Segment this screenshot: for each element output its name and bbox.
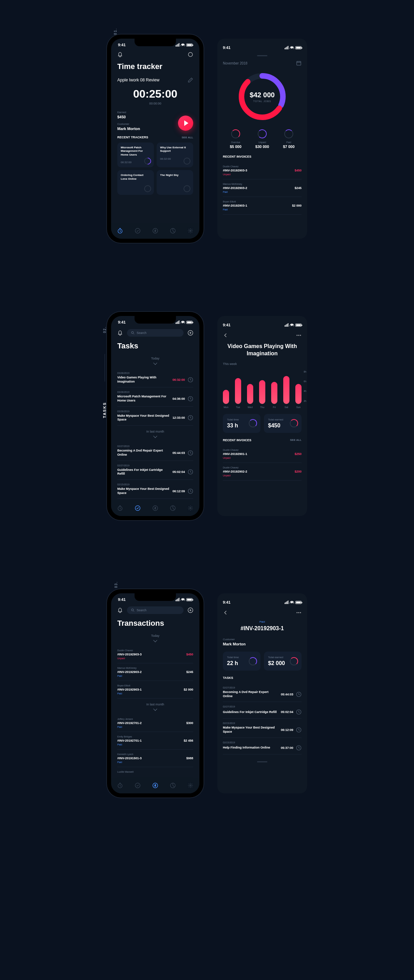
total-time-card[interactable]: Total time22 h — [223, 652, 261, 671]
task-item[interactable]: 02/27/2019 Guidelines For Inkjet Cartrid… — [223, 702, 301, 719]
total-time-card[interactable]: Total time33 h — [223, 414, 261, 433]
task-item[interactable]: 02/15/2019 Make Myspace Your Best Design… — [223, 719, 301, 738]
tab-stats-icon[interactable] — [170, 228, 176, 234]
chevron-down-icon[interactable] — [153, 434, 157, 438]
bar-column: Thu — [259, 380, 265, 409]
invoice-item[interactable]: Marcus McKinney #INV-20192903-2$245 Paid — [117, 663, 193, 681]
tracker-title: Microsoft Patch Management For Home User… — [121, 146, 150, 157]
tracker-card[interactable]: Microsoft Patch Management For Home User… — [117, 142, 154, 167]
bell-icon[interactable] — [117, 52, 123, 57]
chevron-down-icon[interactable] — [153, 361, 157, 364]
ring-icon — [249, 419, 257, 427]
task-title: Help Finding Information Online — [223, 746, 278, 750]
total-earned-card[interactable]: Total earned$2 000 — [264, 652, 301, 671]
chevron-down-icon[interactable] — [153, 638, 157, 642]
invoice-item[interactable]: Jeffery Jensen #INV-20192701-2$300 Paid — [117, 714, 193, 732]
task-item[interactable]: 02/15/2019 Make Myspace Your Best Design… — [117, 480, 193, 499]
task-item[interactable]: 02/27/2019 Becoming A Dvd Repair Expert … — [223, 683, 301, 702]
bar-label: Sat — [285, 406, 288, 409]
signal-icon — [285, 323, 288, 327]
tab-timer-icon[interactable] — [117, 505, 123, 511]
svg-point-5 — [190, 230, 191, 231]
total-earned-card[interactable]: Total earned$450 — [264, 414, 301, 433]
sub-timer: 00:00:00 — [117, 102, 193, 105]
invoice-item[interactable]: Dustin Chavez #INV-20192903-3$450 Unpaid — [117, 646, 193, 663]
tab-stats-icon[interactable] — [170, 505, 176, 511]
chevron-down-icon[interactable] — [153, 707, 157, 711]
task-item[interactable]: 03/28/2019 Make Myspace Your Best Design… — [117, 407, 193, 426]
invoice-item[interactable]: Kenneth Lynch #INV-20191501-3$988 Paid — [117, 749, 193, 767]
calendar-icon[interactable] — [296, 60, 301, 66]
invoice-item[interactable]: Bryan Elliott #INV-20192903-1$2 000 Paid — [223, 197, 301, 215]
invoice-customer: Dustin Chavez — [223, 466, 301, 469]
wifi-icon — [181, 321, 185, 324]
invoice-id: #INV-20192903-2 — [117, 670, 142, 674]
task-item[interactable]: 02/27/2019 Guidelines For Inkjet Cartrid… — [117, 461, 193, 480]
invoice-id: #INV-20192903-1 — [223, 625, 301, 632]
invoice-item[interactable]: Dustin Chavez #INV-20192903-3$450 Unpaid — [223, 162, 301, 179]
tab-money-icon[interactable] — [152, 228, 158, 234]
drag-handle[interactable] — [257, 761, 268, 762]
donut-chart: $42 000 TOTAL JOBS — [236, 71, 288, 123]
tracker-card[interactable]: Ordering Contact Lens Online — [117, 170, 154, 195]
week-label: This week — [223, 362, 301, 366]
task-item[interactable]: 02/27/2019 Becoming A Dvd Repair Expert … — [117, 442, 193, 460]
tab-settings-icon[interactable] — [187, 228, 194, 234]
back-icon[interactable] — [223, 332, 228, 338]
invoice-item[interactable]: Emily Bridges #INV-20192701-1$2 456 Paid — [117, 732, 193, 749]
clock-icon — [296, 692, 301, 697]
more-icon[interactable] — [296, 332, 301, 338]
svg-point-22 — [190, 508, 191, 509]
drag-handle[interactable] — [257, 55, 268, 56]
stat-overdue[interactable]: Overdue$5 000 — [230, 129, 242, 149]
invoice-item[interactable]: Lucille Maxwell — [117, 767, 193, 779]
signal-icon — [285, 46, 288, 49]
task-title: Guidelines For Inkjet Cartridge Refill — [223, 710, 278, 714]
add-icon[interactable] — [188, 330, 193, 336]
stat-unpaid[interactable]: Unpaid$30 000 — [255, 129, 269, 149]
tab-tasks-icon[interactable] — [135, 228, 141, 234]
tab-timer-icon[interactable] — [117, 228, 123, 234]
tracker-card[interactable]: The Night Sky — [157, 170, 193, 195]
month-divider: In last month — [117, 430, 193, 438]
search-input[interactable]: Search — [127, 329, 183, 337]
tab-money-icon[interactable] — [152, 782, 158, 789]
invoice-amount: $2 456 — [183, 739, 193, 742]
refresh-icon[interactable] — [188, 52, 193, 57]
tab-timer-icon[interactable] — [117, 782, 123, 789]
stat-paid[interactable]: Paid$7 000 — [283, 129, 295, 149]
month-label[interactable]: November 2018 — [223, 61, 247, 65]
more-icon[interactable] — [296, 610, 301, 616]
invoice-item[interactable]: Dustin Chavez #INV-20192902-2$200 Unpaid — [223, 463, 301, 480]
tab-settings-icon[interactable] — [187, 782, 194, 789]
bell-icon[interactable] — [117, 608, 123, 613]
task-list-today: 03/28/2019 Video Games Playing With Imag… — [117, 368, 193, 426]
tab-stats-icon[interactable] — [170, 782, 176, 789]
tab-tasks-icon[interactable] — [135, 505, 141, 511]
search-input[interactable]: Search — [127, 606, 183, 614]
back-icon[interactable] — [223, 610, 228, 616]
task-item[interactable]: 03/28/2019 Video Games Playing With Imag… — [117, 368, 193, 387]
section-title: TASKS — [102, 402, 107, 418]
page-title: Time tracker — [117, 62, 193, 71]
task-item[interactable]: 02/15/2019 Help Finding Information Onli… — [223, 738, 301, 754]
invoice-list: Dustin Chavez #INV-20192903-3$450 Unpaid… — [223, 162, 301, 215]
invoice-item[interactable]: Marcus McKinney #INV-20192903-2$245 Paid — [223, 179, 301, 197]
edit-icon[interactable] — [188, 77, 193, 83]
see-all-link[interactable]: SEE ALL — [182, 136, 193, 139]
progress-ring-icon — [183, 185, 190, 192]
invoice-item[interactable]: Dustin Chavez #INV-20192901-1$250 Unpaid — [223, 445, 301, 463]
play-button[interactable] — [178, 116, 193, 131]
invoice-amount: $450 — [295, 169, 301, 172]
invoice-item[interactable]: Bryan Elliott #INV-20192903-1$2 000 Paid — [117, 681, 193, 698]
tab-money-icon[interactable] — [152, 505, 158, 511]
wifi-icon — [290, 601, 294, 604]
task-item[interactable]: 03/28/2019 Microsoft Patch Management Fo… — [117, 387, 193, 406]
see-all-link[interactable]: SEE ALL — [290, 438, 301, 442]
section-transactions: TRANSACTIONS 03. 9:41 Search Transaction… — [107, 589, 307, 797]
add-icon[interactable] — [188, 608, 193, 613]
tracker-card[interactable]: Why Use External It Support06:32:00 — [157, 142, 193, 167]
tab-tasks-icon[interactable] — [135, 782, 141, 789]
tab-settings-icon[interactable] — [187, 505, 194, 511]
bell-icon[interactable] — [117, 330, 123, 336]
